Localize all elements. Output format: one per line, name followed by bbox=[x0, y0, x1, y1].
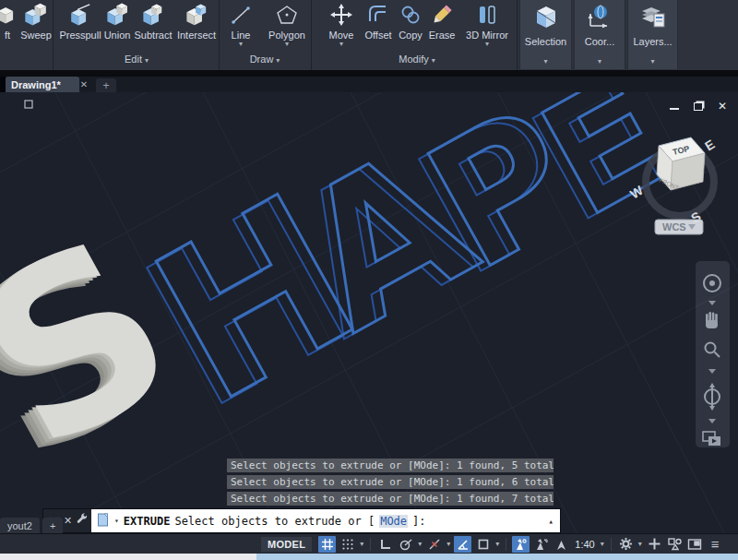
clean-screen-icon[interactable] bbox=[686, 536, 704, 553]
panel-label-modify[interactable]: Modify▾ bbox=[399, 54, 434, 65]
chevron-down-icon[interactable]: ▾ bbox=[598, 57, 601, 66]
chevron-down-icon: ▾ bbox=[145, 56, 149, 65]
polygon-icon bbox=[275, 1, 299, 27]
separator bbox=[611, 538, 612, 551]
customize-wrench-icon[interactable] bbox=[75, 512, 89, 530]
mirror-3d-button[interactable]: 3D Mirror ▾ bbox=[459, 1, 515, 47]
chevron-down-icon[interactable]: ▾ bbox=[494, 540, 500, 548]
chevron-down-icon[interactable]: ▾ bbox=[446, 540, 451, 548]
snap-mode-toggle[interactable] bbox=[339, 536, 356, 553]
chevron-down-icon[interactable]: ▾ bbox=[600, 540, 605, 548]
ribbon: ft Sweep Presspull Union Subtract Inters… bbox=[0, 0, 738, 70]
command-line-dock: ⋮⋮ ✕ ▾ EXTRUDE Select objects to extrude… bbox=[42, 508, 561, 533]
polygon-button[interactable]: Polygon ▾ bbox=[259, 1, 315, 47]
panel-separator bbox=[517, 0, 518, 70]
command-prompt-suffix: ]: bbox=[412, 515, 425, 528]
chevron-down-icon[interactable]: ▾ bbox=[114, 517, 119, 525]
command-history-line: Select objects to extrude or [MOde]: 1 f… bbox=[227, 459, 554, 472]
sweep-icon bbox=[22, 1, 50, 27]
panel-label-draw[interactable]: Draw▾ bbox=[250, 54, 280, 65]
customization-menu-icon[interactable]: ≡ bbox=[707, 536, 724, 553]
status-bar: MODEL ▾ ▾ ▾ ▾ 1:40 ▾ ▾ ≡ bbox=[0, 533, 738, 554]
annotation-scale-value[interactable]: 1:40 bbox=[573, 539, 596, 550]
object-snap-toggle[interactable] bbox=[474, 536, 492, 553]
erase-icon bbox=[430, 1, 454, 27]
selection-panel-button[interactable]: Selection ▾ bbox=[519, 0, 572, 69]
chevron-down-icon[interactable]: ▾ bbox=[239, 41, 243, 47]
chevron-down-icon[interactable]: ▾ bbox=[359, 540, 364, 548]
wcs-dropdown[interactable]: WCS bbox=[655, 220, 703, 234]
active-command: EXTRUDE bbox=[124, 515, 171, 528]
chevron-down-icon[interactable]: ▾ bbox=[543, 57, 547, 66]
layers-panel-button[interactable]: Layers... ▾ bbox=[627, 0, 678, 69]
pickbox-cursor bbox=[25, 101, 32, 108]
tab-drawing1[interactable]: Drawing1* bbox=[6, 77, 79, 92]
separator bbox=[370, 538, 371, 551]
close-command-line-icon[interactable]: ✕ bbox=[64, 515, 72, 527]
recent-commands-icon[interactable] bbox=[98, 513, 110, 530]
chevron-down-icon[interactable]: ▾ bbox=[650, 57, 654, 66]
command-history-line: Select objects to extrude or [MOde]: 1 f… bbox=[227, 492, 554, 506]
chevron-down-icon[interactable]: ▾ bbox=[339, 41, 343, 47]
restore-icon[interactable] bbox=[692, 100, 705, 113]
grid-display-toggle[interactable] bbox=[318, 536, 336, 553]
isolate-plus-icon[interactable] bbox=[646, 536, 663, 553]
bottom-strip-left bbox=[0, 554, 256, 560]
add-layout-button[interactable]: + bbox=[42, 518, 63, 534]
annotation-scale-icon[interactable] bbox=[553, 536, 570, 553]
chevron-down-icon[interactable]: ▾ bbox=[417, 540, 423, 548]
object-snap-tracking-toggle[interactable] bbox=[425, 536, 443, 553]
annotation-visibility-toggle[interactable] bbox=[512, 536, 530, 553]
chevron-down-icon[interactable]: ▾ bbox=[285, 41, 289, 47]
coordinates-icon bbox=[585, 3, 614, 34]
close-tab-icon[interactable]: ✕ bbox=[77, 77, 90, 91]
navigation-bar bbox=[696, 261, 730, 447]
tab-layout2[interactable]: yout2 bbox=[0, 518, 40, 534]
line-icon bbox=[229, 1, 253, 27]
annotation-autoscale-toggle[interactable] bbox=[532, 536, 550, 553]
model-space-button[interactable]: MODEL bbox=[261, 537, 312, 552]
coordinates-panel-button[interactable]: Coor... ▾ bbox=[574, 0, 625, 69]
subtract-icon bbox=[139, 1, 167, 27]
layers-icon bbox=[638, 3, 668, 34]
chevron-down-icon[interactable]: ▾ bbox=[637, 540, 643, 548]
intersect-icon bbox=[183, 1, 210, 27]
isolate-objects-icon[interactable] bbox=[666, 536, 684, 553]
close-icon[interactable]: ✕ bbox=[716, 100, 729, 113]
command-input[interactable]: ▾ EXTRUDE Select objects to extrude or [… bbox=[91, 509, 560, 532]
mirror-3d-icon bbox=[475, 1, 499, 27]
autocad-window: ft Sweep Presspull Union Subtract Inters… bbox=[0, 0, 738, 560]
workspace-gear-icon[interactable] bbox=[617, 536, 635, 553]
chevron-down-icon: ▾ bbox=[276, 56, 280, 65]
file-tab-bar: Drawing1* ✕ + bbox=[0, 77, 738, 92]
polar-tracking-toggle[interactable] bbox=[397, 536, 414, 553]
separator bbox=[506, 538, 506, 551]
command-prompt: Select objects to extrude or [ bbox=[174, 515, 375, 528]
ribbon-divider bbox=[0, 70, 738, 77]
selection-icon bbox=[531, 3, 561, 34]
minimize-icon[interactable] bbox=[668, 100, 681, 113]
layout-tab-bar: yout2 + bbox=[0, 518, 63, 534]
svg-text:WCS: WCS bbox=[662, 221, 686, 232]
ortho-mode-toggle[interactable] bbox=[376, 536, 394, 553]
compass-east[interactable]: E bbox=[702, 137, 717, 154]
chevron-down-icon: ▾ bbox=[432, 56, 435, 65]
bottom-strip-right bbox=[256, 554, 738, 560]
command-keyword-mode[interactable]: MOde bbox=[379, 515, 408, 528]
new-tab-button[interactable]: + bbox=[96, 78, 116, 92]
panel-label-edit[interactable]: Edit▾ bbox=[125, 54, 149, 65]
expand-history-icon[interactable]: ▴ bbox=[549, 517, 554, 526]
command-history-line: Select objects to extrude or [MOde]: 1 f… bbox=[227, 475, 554, 489]
viewport-window-controls: ✕ bbox=[668, 100, 729, 113]
chevron-down-icon[interactable]: ▾ bbox=[485, 41, 489, 47]
viewport-canvas[interactable]: H A P E H A P E S S S S S bbox=[0, 92, 738, 560]
dynamic-input-toggle[interactable] bbox=[454, 536, 471, 553]
